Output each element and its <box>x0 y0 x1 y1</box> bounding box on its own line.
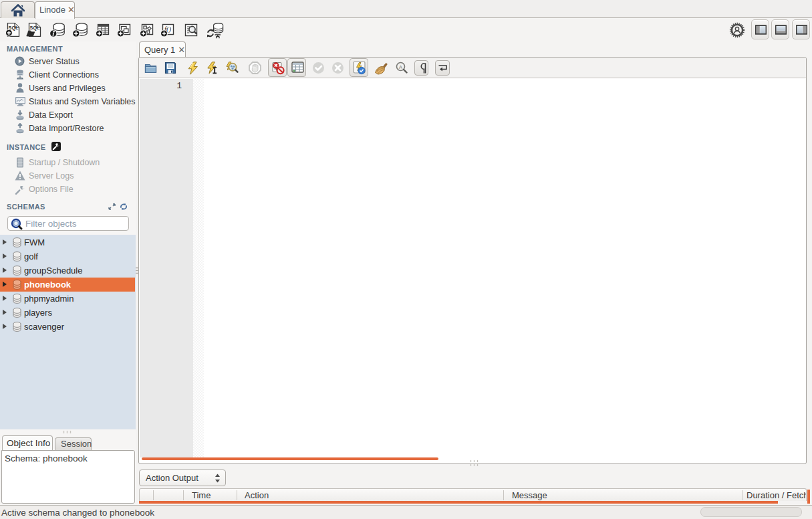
svg-text:A: A <box>399 64 403 70</box>
svg-text:SQL: SQL <box>30 25 40 31</box>
